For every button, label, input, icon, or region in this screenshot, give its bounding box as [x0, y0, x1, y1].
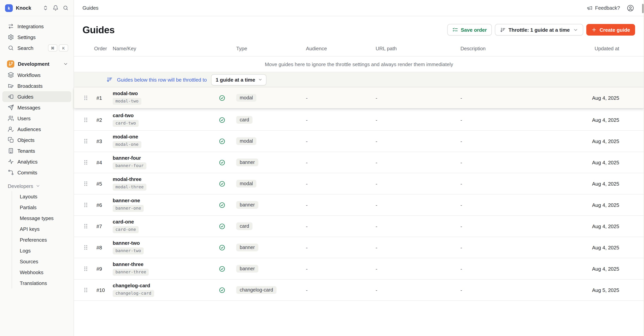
- guide-key-badge: banner-four: [113, 163, 146, 169]
- sidebar-item-tenants[interactable]: Tenants: [2, 145, 71, 156]
- guide-row[interactable]: #7 card-one card-one card - - - Aug 4, 2…: [74, 216, 644, 237]
- guide-row[interactable]: #1 modal-two modal-two modal - - - Aug 4…: [74, 87, 644, 108]
- account-menu-button[interactable]: [627, 4, 634, 11]
- guide-name: banner-three: [113, 262, 144, 267]
- guide-row[interactable]: #6 banner-one banner-one banner - - - Au…: [74, 194, 644, 216]
- guide-url-path: -: [369, 117, 450, 123]
- guide-audience: -: [299, 160, 369, 165]
- guide-audience: -: [299, 138, 369, 144]
- sidebar-item-search[interactable]: Search ⌘K: [2, 42, 71, 53]
- sidebar-item-messages[interactable]: Messages: [2, 102, 71, 113]
- drag-handle-icon[interactable]: [82, 266, 90, 272]
- app-window: k Knock Integrations Settings Search ⌘K …: [0, 0, 644, 336]
- guide-order: #5: [90, 181, 113, 186]
- guide-row[interactable]: #8 banner-two banner-two banner - - - Au…: [74, 237, 644, 258]
- sidebar-subitem-logs[interactable]: Logs: [12, 245, 71, 256]
- workspace-switcher-button[interactable]: [42, 4, 49, 11]
- guide-updated-at: Aug 4, 2025: [551, 245, 619, 250]
- sidebar-item-integrations[interactable]: Integrations: [2, 21, 71, 32]
- notifications-button[interactable]: [52, 4, 59, 11]
- guide-url-path: -: [369, 181, 450, 186]
- guide-audience: -: [299, 266, 369, 272]
- status-enabled-icon: [218, 159, 225, 166]
- guide-updated-at: Aug 4, 2025: [551, 138, 619, 144]
- sidebar-subitem-sources[interactable]: Sources: [12, 256, 71, 267]
- guide-updated-at: Aug 4, 2025: [551, 266, 619, 272]
- guide-type-badge: card: [236, 222, 253, 230]
- sidebar-item-users[interactable]: Users: [2, 113, 71, 124]
- sidebar-item-workflows[interactable]: Workflows: [2, 70, 71, 80]
- drag-handle-icon[interactable]: [82, 202, 90, 208]
- status-enabled-icon: [218, 244, 225, 251]
- guide-key-badge: changelog-card: [113, 290, 154, 297]
- status-enabled-icon: [218, 95, 225, 101]
- throttle-value-select[interactable]: 1 guide at a time: [211, 74, 266, 85]
- create-guide-label: Create guide: [600, 27, 630, 33]
- sidebar-item-audiences[interactable]: Audiences: [2, 124, 71, 135]
- sidebar-item-settings[interactable]: Settings: [2, 32, 71, 42]
- developers-section-label: Developers: [8, 183, 33, 189]
- save-order-button[interactable]: Save order: [447, 24, 492, 35]
- guide-description: -: [450, 223, 551, 229]
- unthrottled-dropzone[interactable]: Move guides here to ignore the throttle …: [74, 56, 644, 72]
- drag-handle-icon[interactable]: [82, 95, 90, 101]
- sidebar-item-commits[interactable]: Commits: [2, 167, 71, 178]
- environment-label: Development: [18, 61, 49, 67]
- sidebar-subitem-webhooks[interactable]: Webhooks: [12, 267, 71, 278]
- guide-updated-at: Aug 4, 2025: [551, 160, 619, 165]
- sidebar-item-guides[interactable]: Guides: [2, 91, 71, 102]
- sidebar-subitem-translations[interactable]: Translations: [12, 278, 71, 288]
- sidebar-subitem-api-keys[interactable]: API keys: [12, 223, 71, 234]
- guide-type-badge: modal: [236, 94, 256, 102]
- developers-section-toggle[interactable]: Developers: [2, 181, 71, 191]
- feedback-button[interactable]: Feedback?: [586, 5, 620, 11]
- chevron-down-icon: [63, 61, 68, 66]
- sidebar-subitem-partials[interactable]: Partials: [12, 202, 71, 213]
- guide-row[interactable]: #2 card-two card-two card - - - Aug 4, 2…: [74, 109, 644, 131]
- guide-key-badge: modal-one: [113, 141, 141, 148]
- throttle-dropdown-button[interactable]: Throttle: 1 guide at a time: [495, 24, 583, 35]
- drag-handle-icon[interactable]: [82, 244, 90, 251]
- scrollbar-thumb[interactable]: [642, 4, 644, 13]
- guide-name: card-two: [113, 113, 134, 118]
- workflows-icon: [8, 72, 14, 78]
- drag-handle-icon[interactable]: [82, 159, 90, 166]
- sidebar-search-button[interactable]: [62, 4, 69, 11]
- sidebar-item-objects[interactable]: Objects: [2, 135, 71, 145]
- sidebar-item-broadcasts[interactable]: Broadcasts: [2, 80, 71, 91]
- guide-row[interactable]: #4 banner-four banner-four banner - - - …: [74, 152, 644, 173]
- drag-handle-icon[interactable]: [82, 287, 90, 293]
- guide-name: banner-two: [113, 240, 140, 246]
- guide-url-path: -: [369, 95, 450, 101]
- create-guide-button[interactable]: Create guide: [586, 24, 635, 35]
- drag-handle-icon[interactable]: [82, 117, 90, 123]
- sidebar-subitem-preferences[interactable]: Preferences: [12, 234, 71, 245]
- environment-switcher[interactable]: Development: [2, 58, 71, 70]
- guide-description: -: [450, 287, 551, 293]
- chevron-down-icon: [573, 27, 578, 32]
- guide-updated-at: Aug 5, 2025: [551, 287, 619, 293]
- throttle-divider-label[interactable]: Guides below this row will be throttled …: [117, 77, 207, 83]
- sort-descending-icon: [106, 77, 113, 83]
- guide-audience: -: [299, 95, 369, 101]
- knock-logo: k: [5, 4, 13, 12]
- save-order-label: Save order: [461, 27, 487, 33]
- drag-handle-icon[interactable]: [82, 138, 90, 144]
- sidebar-subitem-message-types[interactable]: Message types: [12, 213, 71, 223]
- guide-row[interactable]: #9 banner-three banner-three banner - - …: [74, 258, 644, 280]
- guide-row[interactable]: #10 changelog-card changelog-card change…: [74, 280, 644, 301]
- drag-handle-icon[interactable]: [82, 180, 90, 187]
- objects-icon: [8, 137, 14, 143]
- guide-row[interactable]: #3 modal-one modal-one modal - - - Aug 4…: [74, 131, 644, 152]
- sidebar-item-analytics[interactable]: Analytics: [2, 156, 71, 167]
- guide-url-path: -: [369, 287, 450, 293]
- drag-handle-icon[interactable]: [82, 223, 90, 229]
- guide-row[interactable]: #5 modal-three modal-three modal - - - A…: [74, 173, 644, 194]
- guides-icon: [8, 94, 14, 100]
- status-enabled-icon: [218, 180, 225, 187]
- sidebar-subitem-layouts[interactable]: Layouts: [12, 191, 71, 202]
- search-shortcut: ⌘K: [48, 44, 68, 51]
- guide-audience: -: [299, 223, 369, 229]
- main-content: Guides Feedback? Guides Save order Throt…: [74, 0, 644, 336]
- column-header-name-key: Name/Key: [113, 45, 214, 51]
